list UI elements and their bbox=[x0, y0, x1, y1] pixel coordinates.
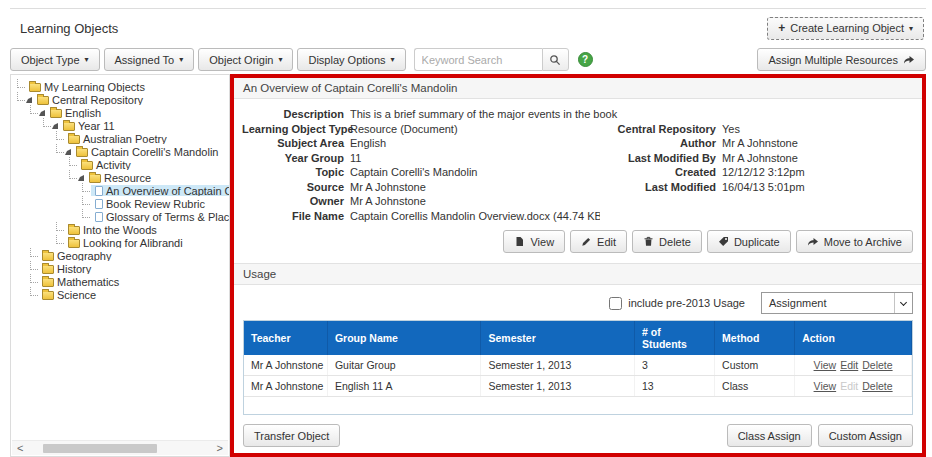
tree-item[interactable]: Resource bbox=[15, 170, 229, 183]
scrollbar-thumb[interactable] bbox=[43, 444, 157, 453]
class-assign-button[interactable]: Class Assign bbox=[727, 424, 812, 447]
field-label: Owner bbox=[242, 194, 350, 209]
delete-button[interactable]: Delete bbox=[632, 230, 702, 253]
tree-node[interactable]: Looking for Alibrandi bbox=[65, 237, 185, 248]
include-pre-2013-checkbox[interactable] bbox=[609, 297, 622, 310]
scrollbar-track[interactable] bbox=[28, 444, 211, 453]
tree-item[interactable]: My Learning Objects bbox=[15, 79, 229, 92]
tree-item[interactable]: Mathematics bbox=[15, 274, 229, 287]
button-label: Delete bbox=[659, 236, 691, 248]
scroll-left-arrow[interactable]: < bbox=[17, 442, 23, 455]
tree-item-label: Looking for Alibrandi bbox=[83, 237, 183, 248]
file-icon bbox=[514, 236, 525, 247]
tree-scrollbar[interactable]: < > bbox=[12, 440, 228, 455]
scroll-right-arrow[interactable]: > bbox=[217, 442, 223, 455]
tree-item[interactable]: Into the Woods bbox=[15, 222, 229, 235]
tree-node[interactable]: Mathematics bbox=[39, 276, 121, 287]
tree-node[interactable]: Into the Woods bbox=[65, 224, 159, 235]
move-to-archive-button[interactable]: Move to Archive bbox=[796, 230, 913, 253]
tree-item[interactable]: Central Repository bbox=[15, 92, 229, 105]
table-cell: Mr A Johnstone bbox=[244, 376, 327, 397]
tree-item[interactable]: Australian Poetry bbox=[15, 131, 229, 144]
filter-display-options-button[interactable]: Display Options ▾ bbox=[297, 48, 405, 71]
field-row: Subject AreaEnglishAuthorMr A Johnstone bbox=[242, 136, 914, 151]
field-row: OwnerMr A Johnstone bbox=[242, 194, 914, 209]
filter-object-origin-button[interactable]: Object Origin ▾ bbox=[198, 48, 293, 71]
folder-icon bbox=[42, 252, 54, 261]
field-value: 16/04/13 5:01pm bbox=[722, 180, 914, 195]
tree-item[interactable]: Geography bbox=[15, 248, 229, 261]
field-value: Mr A Johnstone bbox=[350, 180, 600, 195]
tree-item-label: Book Review Rubric bbox=[106, 198, 205, 209]
caret-down-icon: ▾ bbox=[278, 55, 282, 64]
button-label: Move to Archive bbox=[824, 236, 902, 248]
tree-connector bbox=[56, 144, 64, 153]
field-label: Source bbox=[242, 180, 350, 195]
field-value bbox=[722, 209, 914, 224]
tree-node[interactable]: Geography bbox=[39, 250, 113, 261]
assign-multiple-resources-button[interactable]: Assign Multiple Resources bbox=[757, 48, 926, 71]
tree-item-label: Glossary of Terms & Places bbox=[106, 211, 229, 222]
tree-item-label: Science bbox=[57, 289, 96, 300]
tree-node[interactable]: An Overview of Captain Corelli's Mandoli… bbox=[91, 185, 229, 196]
detail-header: An Overview of Captain Corelli's Mandoli… bbox=[234, 78, 922, 99]
tree-item[interactable]: Captain Corelli's Mandolin bbox=[15, 144, 229, 157]
tree-node[interactable]: Australian Poetry bbox=[65, 133, 169, 144]
tree-node[interactable]: Year 11 bbox=[60, 120, 117, 131]
tree-item-label: Central Repository bbox=[52, 94, 143, 105]
expand-arrow-icon bbox=[52, 123, 58, 129]
tree-node[interactable]: Glossary of Terms & Places bbox=[91, 211, 229, 222]
table-cell: Semester 1, 2013 bbox=[481, 376, 635, 397]
field-row: Learning Object TypeResource (Document)C… bbox=[242, 122, 914, 137]
usage-filter-select[interactable]: Assignment bbox=[761, 292, 913, 314]
tree-item-label: Geography bbox=[57, 250, 111, 261]
transfer-object-button[interactable]: Transfer Object bbox=[243, 424, 340, 447]
tree-item[interactable]: Year 11 bbox=[15, 118, 229, 131]
custom-assign-button[interactable]: Custom Assign bbox=[818, 424, 913, 447]
tree-item[interactable]: Glossary of Terms & Places bbox=[15, 209, 229, 222]
search-input[interactable] bbox=[414, 48, 542, 71]
create-learning-object-button[interactable]: + Create Learning Object ▾ bbox=[767, 17, 924, 40]
selected-option-label: Assignment bbox=[769, 297, 826, 309]
duplicate-button[interactable]: Duplicate bbox=[707, 230, 791, 253]
tree-node[interactable]: Central Repository bbox=[34, 94, 145, 105]
tree-item[interactable]: Looking for Alibrandi bbox=[15, 235, 229, 248]
tree-item[interactable]: An Overview of Captain Corelli's Mandoli… bbox=[15, 183, 229, 196]
delete-link[interactable]: Delete bbox=[862, 380, 892, 392]
trash-icon bbox=[643, 236, 654, 247]
filter-object-type-button[interactable]: Object Type ▾ bbox=[10, 48, 100, 71]
tree-node[interactable]: History bbox=[39, 263, 93, 274]
tree-item[interactable]: Activity bbox=[15, 157, 229, 170]
tree-node[interactable]: My Learning Objects bbox=[26, 81, 147, 92]
caret-down-icon: ▾ bbox=[909, 24, 913, 33]
delete-link[interactable]: Delete bbox=[862, 359, 892, 371]
column-header: Method bbox=[715, 321, 795, 355]
button-label: Create Learning Object bbox=[790, 22, 904, 34]
detail-panel: An Overview of Captain Corelli's Mandoli… bbox=[230, 74, 926, 457]
tree-node[interactable]: Captain Corelli's Mandolin bbox=[73, 146, 220, 157]
button-label: Edit bbox=[597, 236, 616, 248]
view-button[interactable]: View bbox=[503, 230, 565, 253]
caret-down-icon: ▾ bbox=[391, 55, 395, 64]
search-button[interactable] bbox=[542, 48, 569, 71]
help-icon[interactable]: ? bbox=[578, 52, 593, 67]
tree-node[interactable]: Book Review Rubric bbox=[91, 198, 207, 209]
field-label: Created bbox=[600, 165, 722, 180]
table-row: Mr A JohnstoneEnglish 11 ASemester 1, 20… bbox=[244, 376, 912, 397]
tree-node[interactable]: Science bbox=[39, 289, 98, 300]
tree-node[interactable]: Activity bbox=[78, 159, 133, 170]
tree-item[interactable]: Book Review Rubric bbox=[15, 196, 229, 209]
edit-link[interactable]: Edit bbox=[840, 359, 858, 371]
view-link[interactable]: View bbox=[814, 380, 837, 392]
usage-table: TeacherGroup NameSemester# of StudentsMe… bbox=[244, 321, 912, 397]
edit-button[interactable]: Edit bbox=[570, 230, 627, 253]
filter-assigned-to-button[interactable]: Assigned To ▾ bbox=[104, 48, 195, 71]
tree-item[interactable]: Science bbox=[15, 287, 229, 300]
view-link[interactable]: View bbox=[814, 359, 837, 371]
tree-item[interactable]: English bbox=[15, 105, 229, 118]
tree-node[interactable]: Resource bbox=[86, 172, 153, 183]
field-label: Topic bbox=[242, 165, 350, 180]
tree-connector bbox=[30, 274, 38, 283]
tree-node[interactable]: English bbox=[47, 107, 103, 118]
tree-item[interactable]: History bbox=[15, 261, 229, 274]
